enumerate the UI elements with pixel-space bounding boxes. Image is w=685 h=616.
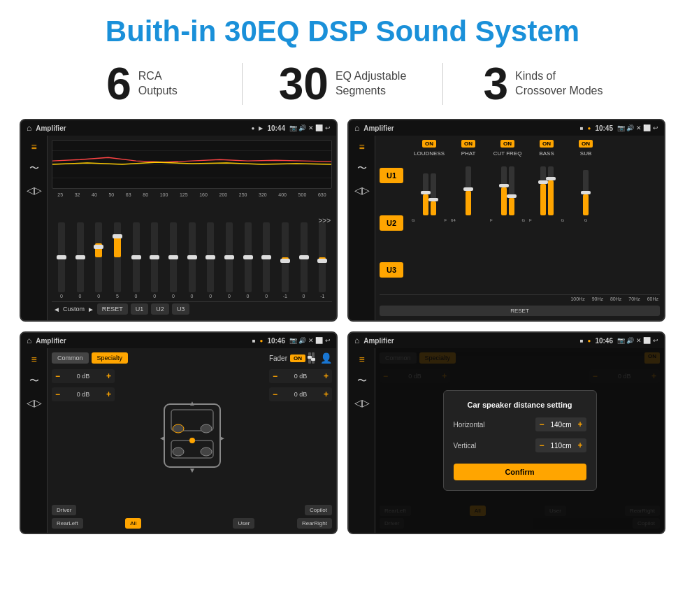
- db-control-2: − 0 dB +: [52, 387, 115, 401]
- db-value-4: 0 dB: [280, 391, 321, 398]
- vertical-control: − 110cm +: [535, 438, 586, 452]
- fader-main-content: Common Specialty Fader ON: [48, 348, 336, 533]
- eq-icon-d[interactable]: ≡: [359, 354, 364, 365]
- home-icon-2[interactable]: ⌂: [354, 123, 359, 133]
- phat-on[interactable]: ON: [461, 140, 475, 148]
- u2-cross-btn[interactable]: U2: [380, 215, 403, 231]
- dot-icon-3: ■: [252, 338, 256, 344]
- eq-slider-6: 0: [146, 222, 163, 299]
- wave-icon-f[interactable]: 〜: [29, 375, 39, 387]
- home-icon-3[interactable]: ⌂: [27, 336, 31, 345]
- vertical-minus[interactable]: −: [539, 440, 544, 450]
- db-plus-2[interactable]: +: [106, 389, 111, 399]
- prev-arrow[interactable]: ◄: [53, 306, 60, 313]
- fader-on-toggle[interactable]: ON: [290, 354, 305, 362]
- volume-icon[interactable]: ◁▷: [27, 185, 42, 196]
- bass-title: BASS: [539, 150, 554, 157]
- sub-title: SUB: [580, 150, 591, 157]
- db-minus-1[interactable]: −: [55, 371, 60, 381]
- cross-reset-btn[interactable]: RESET: [380, 306, 660, 316]
- eq-slider-5: 0: [128, 222, 145, 299]
- bass-on[interactable]: ON: [540, 140, 554, 148]
- eq-slider-9: 0: [202, 222, 219, 299]
- driver-btn[interactable]: Driver: [52, 505, 76, 515]
- confirm-button[interactable]: Confirm: [454, 464, 586, 480]
- horizontal-minus[interactable]: −: [539, 420, 544, 429]
- dialog-content: ≡ 〜 ◁▷ Common Specialty ON: [349, 348, 664, 533]
- eq-icon-f[interactable]: ≡: [31, 354, 36, 365]
- tab-specialty[interactable]: Specialty: [92, 352, 129, 364]
- rearleft-btn[interactable]: RearLeft: [52, 518, 83, 529]
- page-title: Buith-in 30EQ DSP Sound System: [0, 0, 685, 55]
- horizontal-plus[interactable]: +: [577, 420, 582, 429]
- screen-title-4: Amplifier: [363, 337, 575, 345]
- phat-labels: 64: [451, 218, 486, 222]
- person-icon[interactable]: 👤: [320, 352, 332, 364]
- more-icon[interactable]: >>>: [318, 217, 331, 224]
- db-plus-4[interactable]: +: [324, 389, 329, 399]
- all-btn[interactable]: All: [125, 518, 141, 529]
- horizontal-label: Horizontal: [454, 421, 485, 429]
- wave-icon-c[interactable]: 〜: [357, 162, 367, 175]
- stat-label-rca: RCAOutputs: [138, 69, 178, 99]
- u2-btn[interactable]: U2: [151, 303, 169, 315]
- eq-graph: [52, 140, 332, 189]
- volume-icon-d[interactable]: ◁▷: [354, 397, 370, 408]
- db-control-1: − 0 dB +: [52, 369, 115, 383]
- eq-slider-3: 0: [90, 222, 107, 299]
- db-minus-2[interactable]: −: [55, 389, 60, 399]
- volume-icon-f[interactable]: ◁▷: [27, 397, 42, 408]
- db-minus-4[interactable]: −: [273, 389, 277, 399]
- sub-slider: [583, 159, 589, 215]
- eq-icon-c[interactable]: ≡: [359, 141, 364, 152]
- screen-eq: ⌂ Amplifier ● ▶ 10:44 📷 🔊 ✕ ⬜ ↩ ≡ 〜 ◁▷: [20, 119, 338, 322]
- svg-text:▼: ▼: [189, 466, 196, 474]
- stat-number-eq: 30: [279, 62, 329, 106]
- loudness-on[interactable]: ON: [422, 140, 436, 148]
- tab-common[interactable]: Common: [52, 352, 89, 364]
- sub-label: G: [584, 218, 588, 222]
- freq-labels-row: 100Hz 90Hz 80Hz 70Hz 60Hz: [380, 294, 660, 303]
- db-minus-3[interactable]: −: [273, 371, 277, 381]
- phat-slider: [466, 159, 471, 215]
- home-icon-1[interactable]: ⌂: [27, 123, 31, 133]
- svg-point-8: [173, 447, 184, 456]
- db-plus-1[interactable]: +: [106, 371, 111, 381]
- db-plus-3[interactable]: +: [324, 371, 329, 381]
- fader-right: − 0 dB + − 0 dB +: [269, 369, 332, 502]
- home-icon-4[interactable]: ⌂: [354, 336, 359, 345]
- loudness-sliders: [423, 159, 436, 215]
- sub-on[interactable]: ON: [579, 140, 593, 148]
- stat-label-crossover: Kinds ofCrossover Modes: [515, 69, 603, 99]
- fader-text: Fader: [269, 354, 287, 362]
- vertical-plus[interactable]: +: [577, 440, 582, 450]
- volume-icon-c[interactable]: ◁▷: [354, 185, 370, 196]
- svg-text:▲: ▲: [189, 399, 196, 407]
- loudness-title: LOUDNESS: [414, 150, 445, 157]
- u1-cross-btn[interactable]: U1: [380, 168, 403, 183]
- status-icons-3: 📷 🔊 ✕ ⬜ ↩: [289, 337, 331, 344]
- wave-icon-d[interactable]: 〜: [357, 375, 367, 387]
- user-btn[interactable]: User: [233, 518, 254, 529]
- status-time-3: 10:46: [267, 337, 285, 345]
- cutfreq-on[interactable]: ON: [500, 140, 514, 148]
- screen-title-1: Amplifier: [36, 124, 247, 132]
- eq-slider-14: 0: [296, 222, 312, 299]
- eq-slider-4: 5: [109, 222, 126, 299]
- eq-icon-active[interactable]: ≡: [31, 141, 36, 152]
- page-container: Buith-in 30EQ DSP Sound System 6 RCAOutp…: [0, 0, 685, 548]
- bass-labels: FG: [529, 218, 564, 222]
- rearright-btn[interactable]: RearRight: [297, 518, 332, 529]
- u3-btn[interactable]: U3: [172, 303, 190, 315]
- wave-icon[interactable]: 〜: [29, 162, 39, 175]
- stat-number-rca: 6: [106, 62, 131, 106]
- cross-columns: ON LOUDNESS: [412, 140, 660, 292]
- u1-btn[interactable]: U1: [131, 303, 149, 315]
- u3-cross-btn[interactable]: U3: [380, 262, 403, 278]
- stat-eq: 30 EQ AdjustableSegments: [243, 62, 442, 106]
- copilot-btn[interactable]: Copilot: [305, 505, 332, 515]
- fader-sidebar: ≡ 〜 ◁▷: [21, 348, 48, 533]
- dot2-icon-4: ●: [588, 338, 591, 344]
- next-arrow[interactable]: ►: [87, 306, 94, 313]
- reset-btn[interactable]: RESET: [97, 303, 128, 315]
